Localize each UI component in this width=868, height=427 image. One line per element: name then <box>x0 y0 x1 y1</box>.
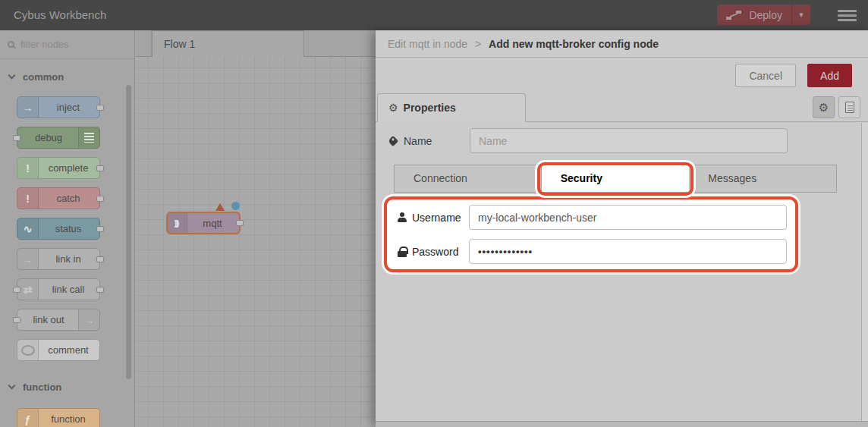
palette-node-link-call[interactable]: ⇄ link call <box>17 278 100 300</box>
chevron-down-icon[interactable]: ▾ <box>792 10 810 20</box>
deploy-label: Deploy <box>749 9 791 21</box>
breadcrumb: Edit mqtt in node > Add new mqtt-broker … <box>376 30 868 58</box>
error-triangle-icon <box>215 203 225 211</box>
category-label: common <box>23 71 64 83</box>
palette-node-link-out[interactable]: → link out <box>17 309 100 331</box>
output-port <box>96 256 104 262</box>
username-input[interactable]: my-local-workbench-user <box>469 205 787 230</box>
tab-security[interactable]: Security <box>542 165 690 192</box>
tab-properties[interactable]: ⚙ Properties <box>377 93 526 122</box>
lock-icon <box>398 246 407 257</box>
breadcrumb-parent: Edit mqtt in node <box>388 38 467 50</box>
palette-filter-input[interactable]: filter nodes <box>0 30 134 59</box>
tray-footer <box>376 421 868 427</box>
app-root: Cybus Workbench Deploy ▾ filter nodes co… <box>0 0 868 427</box>
app-title: Cybus Workbench <box>14 0 106 30</box>
name-label: Name <box>388 135 470 147</box>
canvas-grid[interactable]: ))) mqtt <box>136 57 376 427</box>
output-port <box>96 105 104 111</box>
input-port <box>13 287 20 293</box>
chevron-down-icon <box>8 382 16 390</box>
credentials-highlight-ring: Username my-local-workbench-user Passwor… <box>384 196 798 272</box>
menu-icon[interactable] <box>838 10 857 21</box>
palette-node-inject[interactable]: → inject <box>17 96 100 118</box>
tab-messages[interactable]: Messages <box>689 165 837 192</box>
tag-icon <box>388 135 398 146</box>
password-input[interactable]: ••••••••••••• <box>469 239 787 264</box>
document-icon <box>845 102 854 113</box>
edit-properties-button[interactable]: ⚙ <box>813 96 835 118</box>
palette-sidebar: filter nodes common → inject debug ! com… <box>0 30 135 427</box>
password-label: Password <box>395 246 469 258</box>
tab-connection[interactable]: Connection <box>394 165 542 192</box>
palette-node-debug[interactable]: debug <box>17 127 100 149</box>
config-form: Name Name Connection Security Messages U… <box>376 122 868 272</box>
breadcrumb-current: Add new mqtt-broker config node <box>489 38 659 50</box>
chevron-down-icon <box>8 72 16 80</box>
description-button[interactable] <box>838 96 860 118</box>
palette-node-status[interactable]: ∿ status <box>17 218 100 240</box>
output-port <box>96 196 104 202</box>
search-icon <box>8 41 14 48</box>
cancel-button[interactable]: Cancel <box>735 64 796 87</box>
flow-canvas-area: Flow 1 ))) mqtt <box>136 30 376 427</box>
user-icon <box>398 212 407 222</box>
palette-node-comment[interactable]: comment <box>17 339 100 361</box>
output-port <box>96 287 104 293</box>
palette-scrollbar[interactable] <box>126 85 131 379</box>
palette-node-function[interactable]: ƒ function <box>17 408 100 427</box>
category-label: function <box>23 381 61 393</box>
output-port <box>96 165 104 171</box>
properties-tabbar: ⚙ Properties ⚙ <box>376 93 868 122</box>
username-field-row: Username my-local-workbench-user <box>395 205 788 230</box>
palette-category-common[interactable]: common <box>0 59 134 89</box>
config-subtabs: Connection Security Messages <box>394 165 837 193</box>
tray-scrollbar[interactable] <box>861 123 868 421</box>
add-button[interactable]: Add <box>807 64 852 87</box>
palette-filter-placeholder: filter nodes <box>20 39 69 50</box>
gear-icon: ⚙ <box>388 102 398 114</box>
changed-dot-icon <box>231 202 240 210</box>
input-port <box>13 317 20 323</box>
mqtt-node[interactable]: ))) mqtt <box>166 212 241 234</box>
username-label: Username <box>395 212 469 224</box>
palette-node-catch[interactable]: ! catch <box>17 187 100 209</box>
edit-tray: Edit mqtt in node > Add new mqtt-broker … <box>376 30 868 427</box>
output-port <box>236 220 244 226</box>
tabbar-spacer <box>136 30 152 57</box>
input-port <box>13 135 20 141</box>
tray-button-bar: Cancel Add <box>376 58 868 93</box>
deploy-icon <box>726 11 741 20</box>
palette-node-complete[interactable]: ! complete <box>17 157 100 179</box>
palette-category-function[interactable]: function <box>0 362 134 400</box>
app-header: Cybus Workbench Deploy ▾ <box>0 0 868 30</box>
name-input[interactable]: Name <box>470 128 788 153</box>
deploy-button[interactable]: Deploy ▾ <box>717 5 810 25</box>
tab-flow-1[interactable]: Flow 1 <box>152 30 304 57</box>
flow-tabbar: Flow 1 <box>136 30 376 57</box>
breadcrumb-separator: > <box>475 38 481 50</box>
output-port <box>96 226 104 232</box>
password-field-row: Password ••••••••••••• <box>395 239 788 264</box>
palette-node-link-in[interactable]: → link in <box>17 248 100 270</box>
name-field-row: Name Name <box>388 128 856 153</box>
